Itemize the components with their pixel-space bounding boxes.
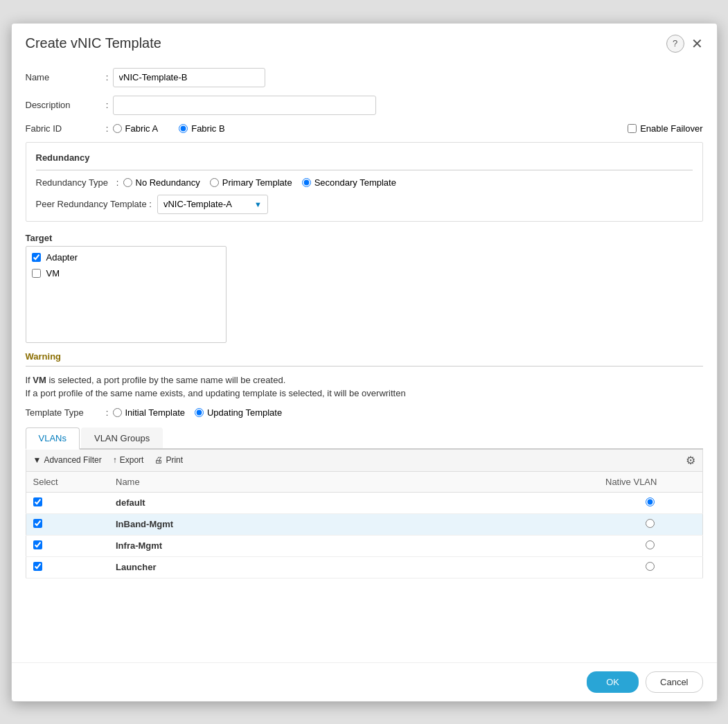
secondary-template-radio[interactable] <box>302 178 311 187</box>
tab-vlan-groups-label: VLAN Groups <box>94 433 150 443</box>
native-vlan-cell <box>598 513 702 535</box>
native-vlan-radio[interactable] <box>646 497 655 506</box>
warning-text: If VM is selected, a port profile by the… <box>26 373 703 400</box>
fabric-a-label: Fabric A <box>125 123 159 134</box>
fabric-b-radio[interactable] <box>179 124 188 133</box>
cancel-button[interactable]: Cancel <box>646 671 702 693</box>
no-redundancy-label: No Redundancy <box>136 177 200 188</box>
initial-template-radio[interactable] <box>113 408 122 417</box>
native-vlan-radio[interactable] <box>646 562 655 571</box>
native-vlan-cell <box>598 556 702 578</box>
primary-template-radio[interactable] <box>210 178 219 187</box>
native-vlan-radio[interactable] <box>646 540 655 549</box>
description-row: Description : <box>26 96 703 115</box>
warning-section: Warning If VM is selected, a port profil… <box>26 351 703 400</box>
redundancy-section-label: Redundancy <box>36 150 693 166</box>
fabric-b-label: Fabric B <box>191 123 224 134</box>
warning-label: Warning <box>26 351 703 362</box>
native-vlan-cell <box>598 535 702 556</box>
updating-template-radio[interactable] <box>195 408 204 417</box>
peer-redundancy-dropdown[interactable]: vNIC-Template-A ▼ <box>157 195 268 214</box>
target-list: Adapter VM <box>26 246 227 343</box>
advanced-filter-button[interactable]: ▼ Advanced Filter <box>33 455 102 465</box>
dialog-header: Create vNIC Template ? ✕ <box>12 24 717 61</box>
table-row: Infra-Mgmt <box>26 535 702 556</box>
ok-button[interactable]: OK <box>587 671 639 693</box>
redundancy-section: Redundancy Redundancy Type : No Redundan… <box>26 142 703 222</box>
secondary-template-label: Secondary Template <box>314 177 396 188</box>
updating-template-label: Updating Template <box>207 407 282 418</box>
export-label: Export <box>120 455 144 465</box>
select-cell <box>26 556 109 578</box>
updating-template-option[interactable]: Updating Template <box>195 407 282 418</box>
print-icon: 🖨 <box>154 455 163 465</box>
table-row: InBand-Mgmt <box>26 513 702 535</box>
name-label: Name <box>26 72 102 82</box>
col-name: Name <box>109 472 598 493</box>
peer-redundancy-row: Peer Redundancy Template : vNIC-Template… <box>36 195 693 214</box>
vm-checkbox[interactable] <box>32 269 41 278</box>
enable-failover-option[interactable]: Enable Failover <box>628 123 702 134</box>
no-redundancy-option[interactable]: No Redundancy <box>123 177 200 188</box>
warning-line1-post: is selected, a port profile by the same … <box>46 375 285 385</box>
redundancy-options: No Redundancy Primary Template Secondary… <box>123 177 396 188</box>
fabric-id-label: Fabric ID <box>26 123 102 134</box>
redundancy-type-label: Redundancy Type <box>36 177 112 188</box>
table-row: default <box>26 492 702 513</box>
close-button[interactable]: ✕ <box>691 37 703 51</box>
name-cell: Infra-Mgmt <box>109 535 598 556</box>
fabric-a-option[interactable]: Fabric A <box>113 123 159 134</box>
row-checkbox[interactable] <box>33 540 42 549</box>
adapter-checkbox[interactable] <box>32 253 41 262</box>
select-cell <box>26 513 109 535</box>
initial-template-option[interactable]: Initial Template <box>113 407 185 418</box>
name-cell: Launcher <box>109 556 598 578</box>
target-section: Target Adapter VM <box>26 230 703 343</box>
table-row: Launcher <box>26 556 702 578</box>
tab-vlans-label: VLANs <box>39 433 66 443</box>
secondary-template-option[interactable]: Secondary Template <box>302 177 396 188</box>
dialog-footer: OK Cancel <box>12 662 717 701</box>
enable-failover-checkbox[interactable] <box>628 124 637 133</box>
create-vnic-template-dialog: Create vNIC Template ? ✕ Name : Descript… <box>11 23 718 702</box>
fabric-b-option[interactable]: Fabric B <box>179 123 224 134</box>
initial-template-label: Initial Template <box>125 407 185 418</box>
print-label: Print <box>166 455 183 465</box>
print-button[interactable]: 🖨 Print <box>154 455 183 465</box>
peer-redundancy-label: Peer Redundancy Template : <box>36 199 152 209</box>
dialog-title: Create vNIC Template <box>26 35 161 51</box>
no-redundancy-radio[interactable] <box>123 178 132 187</box>
tab-vlans[interactable]: VLANs <box>26 427 80 450</box>
fabric-id-row: Fabric ID : Fabric A Fabric B Enable Fai… <box>26 123 703 134</box>
primary-template-label: Primary Template <box>222 177 292 188</box>
redundancy-divider <box>36 170 693 170</box>
table-toolbar: ▼ Advanced Filter ↑ Export 🖨 Print ⚙ <box>26 450 703 472</box>
select-cell <box>26 535 109 556</box>
col-select: Select <box>26 472 109 493</box>
fabric-a-radio[interactable] <box>113 124 122 133</box>
export-button[interactable]: ↑ Export <box>113 455 144 465</box>
gear-icon[interactable]: ⚙ <box>686 454 695 467</box>
description-label: Description <box>26 100 102 110</box>
help-button[interactable]: ? <box>666 35 684 53</box>
row-checkbox[interactable] <box>33 562 42 571</box>
primary-template-option[interactable]: Primary Template <box>210 177 292 188</box>
export-icon: ↑ <box>113 455 117 465</box>
list-item: Adapter <box>26 249 226 265</box>
description-input[interactable] <box>113 96 376 115</box>
help-icon: ? <box>673 38 677 48</box>
row-checkbox[interactable] <box>33 497 42 506</box>
target-section-label: Target <box>26 230 703 246</box>
tabs-bar: VLANs VLAN Groups <box>26 427 703 450</box>
name-input[interactable] <box>113 68 265 87</box>
advanced-filter-label: Advanced Filter <box>44 455 101 465</box>
tab-vlan-groups[interactable]: VLAN Groups <box>81 427 163 448</box>
native-vlan-radio[interactable] <box>646 519 655 528</box>
name-cell: default <box>109 492 598 513</box>
vm-label: VM <box>46 268 60 279</box>
template-type-label: Template Type <box>26 407 102 418</box>
row-checkbox[interactable] <box>33 519 42 528</box>
enable-failover-label: Enable Failover <box>640 123 702 134</box>
fabric-options: Fabric A Fabric B Enable Failover <box>113 123 703 134</box>
filter-icon: ▼ <box>33 455 42 465</box>
